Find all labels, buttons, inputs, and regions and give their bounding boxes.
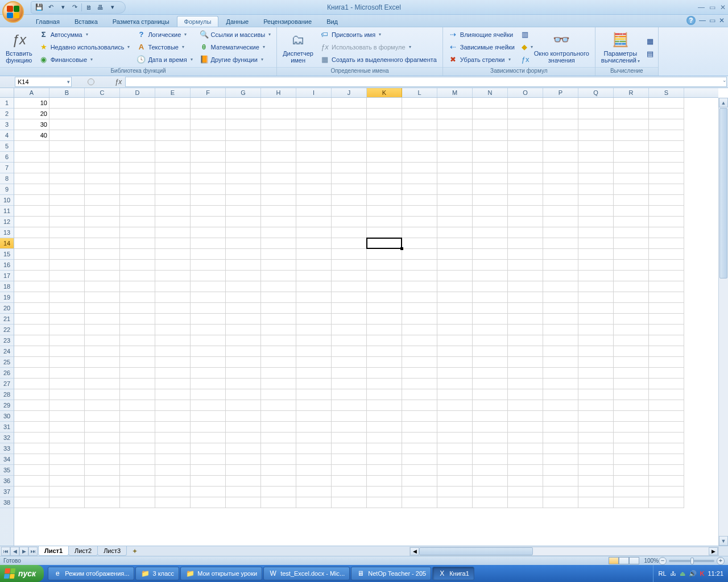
cell[interactable] bbox=[367, 271, 402, 281]
horizontal-scrollbar[interactable]: ◀ ▶ bbox=[410, 547, 718, 556]
cell[interactable] bbox=[155, 152, 191, 163]
cell[interactable] bbox=[543, 368, 578, 379]
row-header[interactable]: 33 bbox=[0, 443, 14, 454]
cell[interactable] bbox=[473, 249, 508, 260]
cell[interactable] bbox=[578, 314, 614, 325]
cell[interactable] bbox=[437, 335, 473, 346]
cell[interactable] bbox=[473, 368, 508, 379]
row-header[interactable]: 21 bbox=[0, 314, 14, 325]
zoom-out-button[interactable]: − bbox=[659, 557, 667, 565]
cell[interactable] bbox=[49, 357, 85, 368]
cell[interactable] bbox=[649, 497, 684, 508]
cell[interactable] bbox=[614, 271, 649, 281]
cell[interactable] bbox=[473, 98, 508, 109]
cell[interactable] bbox=[296, 454, 332, 465]
cell[interactable] bbox=[191, 292, 226, 303]
cell[interactable] bbox=[614, 163, 649, 173]
name-box[interactable]: K14 ▾ bbox=[15, 77, 72, 87]
row-header[interactable]: 8 bbox=[0, 173, 14, 184]
cell[interactable] bbox=[437, 497, 473, 508]
row-header[interactable]: 6 bbox=[0, 152, 14, 163]
cell[interactable] bbox=[49, 227, 85, 238]
cell[interactable] bbox=[437, 433, 473, 443]
cell[interactable] bbox=[508, 325, 543, 335]
cell[interactable] bbox=[226, 346, 261, 357]
cell[interactable] bbox=[437, 379, 473, 389]
row-header[interactable]: 27 bbox=[0, 379, 14, 389]
cell[interactable] bbox=[49, 389, 85, 400]
column-header[interactable]: P bbox=[543, 88, 578, 97]
datetime-button[interactable]: 🕓Дата и время▾ bbox=[135, 53, 194, 65]
cell[interactable] bbox=[49, 422, 85, 433]
row-header[interactable]: 9 bbox=[0, 184, 14, 195]
cell[interactable] bbox=[437, 487, 473, 497]
cell[interactable] bbox=[402, 206, 437, 217]
tray-antivirus-icon[interactable]: K bbox=[700, 570, 705, 577]
column-header[interactable]: F bbox=[191, 88, 226, 97]
cell[interactable] bbox=[14, 368, 49, 379]
cell[interactable] bbox=[261, 303, 296, 314]
column-header[interactable]: S bbox=[649, 88, 684, 97]
logical-button[interactable]: ?Логические▾ bbox=[135, 28, 194, 40]
cell[interactable] bbox=[191, 249, 226, 260]
cell[interactable] bbox=[49, 130, 85, 141]
cell[interactable] bbox=[332, 368, 367, 379]
recently-used-button[interactable]: ★Недавно использовались▾ bbox=[38, 41, 132, 53]
row-header[interactable]: 15 bbox=[0, 249, 14, 260]
cell[interactable] bbox=[120, 465, 155, 476]
cell[interactable] bbox=[543, 400, 578, 411]
cell[interactable] bbox=[14, 335, 49, 346]
cell[interactable] bbox=[261, 292, 296, 303]
cell[interactable] bbox=[367, 335, 402, 346]
math-button[interactable]: θМатематические▾ bbox=[198, 41, 273, 53]
cell[interactable] bbox=[155, 314, 191, 325]
cell[interactable] bbox=[437, 476, 473, 487]
cell[interactable] bbox=[543, 346, 578, 357]
cell[interactable] bbox=[437, 443, 473, 454]
cell[interactable] bbox=[367, 303, 402, 314]
cell[interactable] bbox=[437, 303, 473, 314]
cell[interactable] bbox=[85, 303, 120, 314]
cell[interactable] bbox=[437, 206, 473, 217]
cell[interactable] bbox=[543, 303, 578, 314]
cell[interactable] bbox=[191, 379, 226, 389]
cell[interactable] bbox=[85, 314, 120, 325]
cell[interactable] bbox=[437, 357, 473, 368]
cell[interactable] bbox=[473, 357, 508, 368]
cell[interactable] bbox=[402, 141, 437, 152]
cell[interactable] bbox=[402, 163, 437, 173]
cell[interactable] bbox=[261, 443, 296, 454]
cell[interactable] bbox=[155, 271, 191, 281]
cell[interactable] bbox=[614, 130, 649, 141]
cell[interactable] bbox=[120, 109, 155, 119]
sheet-last-button[interactable]: ⏭ bbox=[28, 547, 38, 556]
cell[interactable] bbox=[261, 141, 296, 152]
error-checking-button[interactable]: ◆▾ bbox=[520, 41, 529, 53]
cell[interactable] bbox=[543, 98, 578, 109]
cell[interactable] bbox=[332, 443, 367, 454]
cell[interactable] bbox=[296, 303, 332, 314]
row-header[interactable]: 20 bbox=[0, 303, 14, 314]
cell[interactable] bbox=[85, 476, 120, 487]
cell[interactable] bbox=[191, 206, 226, 217]
tab-page-layout[interactable]: Разметка страницы bbox=[105, 16, 177, 27]
cell[interactable] bbox=[508, 271, 543, 281]
cell[interactable] bbox=[226, 476, 261, 487]
cell[interactable] bbox=[508, 476, 543, 487]
cell[interactable] bbox=[402, 152, 437, 163]
view-normal-button[interactable] bbox=[609, 557, 619, 564]
cell[interactable] bbox=[120, 249, 155, 260]
tab-insert[interactable]: Вставка bbox=[67, 16, 105, 27]
cell[interactable] bbox=[437, 217, 473, 227]
cell[interactable] bbox=[155, 422, 191, 433]
cell[interactable] bbox=[332, 141, 367, 152]
cell[interactable] bbox=[296, 271, 332, 281]
cell[interactable] bbox=[508, 497, 543, 508]
cell[interactable] bbox=[543, 497, 578, 508]
column-header[interactable]: K bbox=[367, 88, 402, 97]
cell[interactable] bbox=[191, 184, 226, 195]
cell[interactable] bbox=[508, 454, 543, 465]
cell[interactable] bbox=[49, 476, 85, 487]
column-header[interactable]: H bbox=[261, 88, 296, 97]
cell[interactable] bbox=[191, 109, 226, 119]
